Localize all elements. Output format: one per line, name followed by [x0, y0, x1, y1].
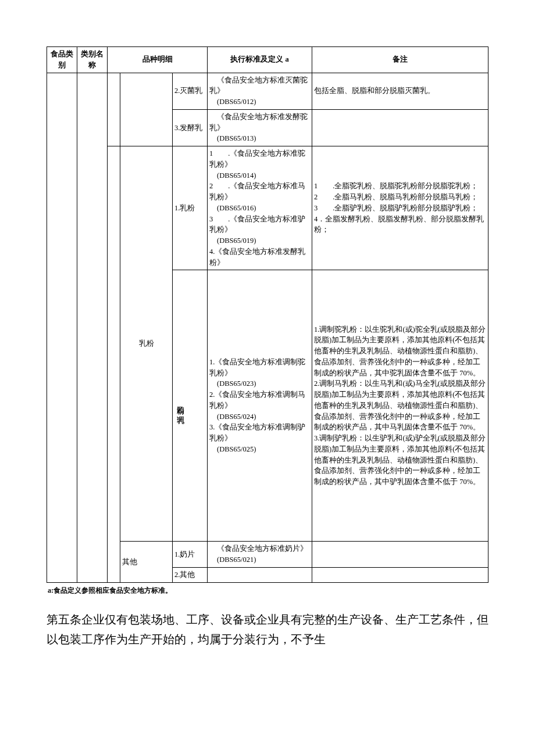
th-category: 食品类别 — [47, 47, 77, 73]
cell-variety-c: 2.其他 — [173, 567, 208, 582]
cell-variety-b — [120, 73, 173, 146]
table-row: 乳粉 1.乳粉 1 .《食品安全地方标准驼乳粉》 (DBS65/014)2 .《… — [47, 146, 488, 270]
cell-remark: 包括全脂、脱脂和部分脱脂灭菌乳。 — [312, 73, 488, 109]
cell-standard: 1.《食品安全地方标准调制驼乳粉》 (DBS65/023)2.《食品安全地方标准… — [208, 270, 312, 542]
footnote: a:食品定义参照相应食品安全地方标准。 — [48, 585, 488, 596]
th-name: 类别名称 — [77, 47, 108, 73]
th-remark: 备注 — [312, 47, 488, 73]
cell-variety-a — [108, 146, 120, 583]
th-standard: 执行标准及定义 a — [208, 47, 312, 73]
cell-remark — [312, 567, 488, 582]
cell-variety-c: 1.奶片 — [173, 542, 208, 568]
standards-table: 食品类别 类别名称 品种明细 执行标准及定义 a 备注 2.灭菌乳 《食品安全地… — [47, 46, 488, 583]
cell-remark: 1 .全脂驼乳粉、脱脂驼乳粉部分脱脂驼乳粉；2 .全脂马乳粉、脱脂马乳粉部分脱脂… — [312, 146, 488, 270]
cell-standard — [208, 567, 312, 582]
cell-name — [77, 73, 108, 582]
cell-variety-b: 乳粉 — [120, 146, 173, 542]
cell-remark: 1.调制驼乳粉：以生驼乳和(或)驼全乳(或脱脂及部分脱脂)加工制品为主要原料，添… — [312, 270, 488, 542]
cell-remark — [312, 109, 488, 146]
cell-variety-c: 2.灭菌乳 — [173, 73, 208, 109]
vertical-label: 乙制粉 调乳 — [174, 400, 186, 411]
table-row: 2.灭菌乳 《食品安全地方标准灭菌驼乳》 (DBS65/012) 包括全脂、脱脂… — [47, 73, 488, 109]
cell-variety-c: 乙制粉 调乳 — [173, 270, 208, 542]
cell-standard: 1 .《食品安全地方标准驼乳粉》 (DBS65/014)2 .《食品安全地方标准… — [208, 146, 312, 270]
cell-variety-c: 1.乳粉 — [173, 146, 208, 270]
cell-variety-c: 3.发酵乳 — [173, 109, 208, 146]
cell-remark — [312, 542, 488, 568]
cell-standard: 《食品安全地方标准灭菌驼乳》 (DBS65/012) — [208, 73, 312, 109]
body-paragraph: 第五条企业仅有包装场地、工序、设备或企业具有完整的生产设备、生产工艺条件，但以包… — [47, 610, 488, 649]
cell-standard: 《食品安全地方标准奶片》 (DBS65/021) — [208, 542, 312, 568]
table-header-row: 食品类别 类别名称 品种明细 执行标准及定义 a 备注 — [47, 47, 488, 73]
cell-variety-b: 其他 — [120, 542, 173, 582]
th-variety: 品种明细 — [108, 47, 208, 73]
cell-variety-a — [108, 73, 120, 146]
cell-category — [47, 73, 77, 582]
cell-standard: 《食品安全地方标准发酵驼乳》 (DBS65/013) — [208, 109, 312, 146]
